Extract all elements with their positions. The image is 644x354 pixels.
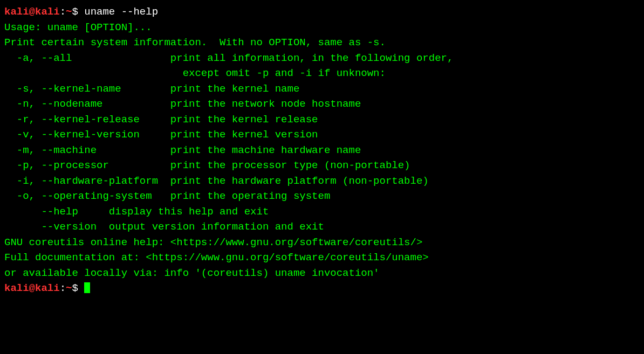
prompt-colon: : [60, 282, 66, 294]
output-option-kernel-release: -r, --kernel-release print the kernel re… [4, 112, 640, 128]
command-line-1: kali@kali:~$ uname --help [4, 4, 640, 20]
output-option-hardware-platform: -i, --hardware-platform print the hardwa… [4, 173, 640, 189]
output-usage: Usage: uname [OPTION]... [4, 20, 640, 36]
output-option-processor: -p, --processor print the processor type… [4, 158, 640, 173]
output-option-all-cont: except omit -p and -i if unknown: [4, 66, 640, 81]
command-line-2[interactable]: kali@kali:~$ [4, 281, 640, 296]
output-local-doc: or available locally via: info '(coreuti… [4, 266, 640, 281]
prompt-path: ~ [66, 282, 72, 294]
output-option-kernel-version: -v, --kernel-version print the kernel ve… [4, 127, 640, 143]
prompt-user: kali [4, 6, 29, 18]
output-option-all: -a, --all print all information, in the … [4, 51, 640, 66]
output-option-operating-system: -o, --operating-system print the operati… [4, 189, 640, 204]
cursor-icon [84, 282, 90, 293]
output-option-help: --help display this help and exit [4, 204, 640, 220]
prompt-dollar: $ [72, 6, 84, 18]
terminal-output[interactable]: kali@kali:~$ uname --help Usage: uname [… [4, 4, 640, 296]
command-text: uname --help [84, 6, 158, 18]
output-option-kernel-name: -s, --kernel-name print the kernel name [4, 81, 640, 97]
prompt-user: kali [4, 282, 29, 294]
output-option-nodename: -n, --nodename print the network node ho… [4, 96, 640, 112]
output-option-version: --version output version information and… [4, 219, 640, 235]
output-option-machine: -m, --machine print the machine hardware… [4, 143, 640, 158]
output-description: Print certain system information. With n… [4, 35, 640, 51]
prompt-host: kali [35, 6, 60, 18]
prompt-host: kali [35, 282, 60, 294]
prompt-at: @ [29, 6, 35, 18]
output-gnu-help: GNU coreutils online help: <https://www.… [4, 235, 640, 251]
prompt-dollar: $ [72, 282, 84, 294]
output-full-doc: Full documentation at: <https://www.gnu.… [4, 250, 640, 266]
prompt-at: @ [29, 282, 35, 294]
prompt-path: ~ [66, 6, 72, 18]
prompt-colon: : [60, 6, 66, 18]
